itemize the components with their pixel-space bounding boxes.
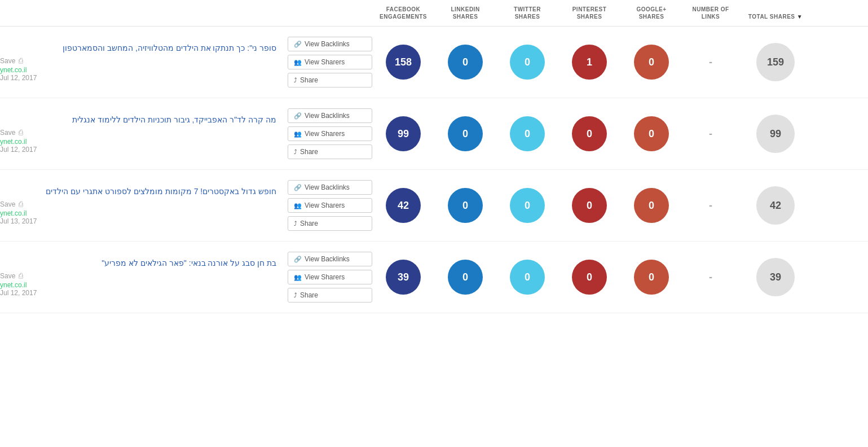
links-stat-1: - xyxy=(682,56,739,68)
twitter-circle-2: 0 xyxy=(510,116,545,151)
header-linkedin: LINKEDINSHARES xyxy=(434,6,496,20)
share-btn-3[interactable]: ⤴ Share xyxy=(288,216,372,231)
header-links-label: NUMBER OFLINKS xyxy=(682,6,739,20)
article-title-4[interactable]: בת חן סבג על אורנה בנאי: "פאר הגילאים לא… xyxy=(0,257,276,269)
action-buttons-3: 🔗 View Backlinks 👥 View Sharers ⤴ Share xyxy=(288,180,372,231)
sharers-icon-1: 👥 xyxy=(294,59,302,66)
sharers-icon-2: 👥 xyxy=(294,130,302,138)
total-stat-3: 42 xyxy=(739,186,812,225)
save-link-4[interactable]: Save xyxy=(0,272,15,280)
twitter-stat-1: 0 xyxy=(496,45,558,80)
article-domain-2: ynet.co.il xyxy=(0,138,276,146)
linkedin-stat-2: 0 xyxy=(434,116,496,151)
article-title-1[interactable]: סופר ני": כך תנתקו את הילדים מהטלוויזיה,… xyxy=(0,42,276,54)
view-backlinks-btn-4[interactable]: 🔗 View Backlinks xyxy=(288,252,372,266)
header-links: NUMBER OFLINKS xyxy=(682,6,739,20)
share-icon-3: ⤴ xyxy=(294,220,297,227)
google-stat-2: 0 xyxy=(620,116,682,151)
header-pinterest-label: PINTERESTSHARES xyxy=(558,6,620,20)
save-link-3[interactable]: Save xyxy=(0,200,15,208)
article-date-3: Jul 13, 2017 xyxy=(0,217,276,225)
linkedin-stat-3: 0 xyxy=(434,188,496,223)
facebook-stat-1: 158 xyxy=(372,45,434,80)
share-btn-4[interactable]: ⤴ Share xyxy=(288,288,372,303)
total-circle-4: 39 xyxy=(756,258,795,296)
google-stat-1: 0 xyxy=(620,45,682,80)
pinterest-circle-1: 1 xyxy=(572,45,607,80)
view-sharers-btn-2[interactable]: 👥 View Sharers xyxy=(288,126,372,141)
link-icon-3: 🔗 xyxy=(294,184,302,191)
table-header: FACEBOOKENGAGEMENTS LINKEDINSHARES TWITT… xyxy=(0,0,868,27)
linkedin-circle-4: 0 xyxy=(448,260,483,295)
share-btn-1[interactable]: ⤴ Share xyxy=(288,73,372,87)
bookmark-icon-3: ⎙ xyxy=(19,200,23,208)
article-date-1: Jul 12, 2017 xyxy=(0,74,276,82)
facebook-circle-3: 42 xyxy=(386,188,421,223)
links-stat-3: - xyxy=(682,200,739,212)
linkedin-stat-1: 0 xyxy=(434,45,496,80)
action-buttons-4: 🔗 View Backlinks 👥 View Sharers ⤴ Share xyxy=(288,252,372,303)
twitter-circle-4: 0 xyxy=(510,260,545,295)
view-sharers-btn-3[interactable]: 👥 View Sharers xyxy=(288,198,372,213)
sort-arrow-icon: ▼ xyxy=(797,14,803,20)
twitter-circle-3: 0 xyxy=(510,188,545,223)
total-stat-4: 39 xyxy=(739,258,812,296)
save-link-2[interactable]: Save xyxy=(0,129,15,137)
header-twitter: TWITTERSHARES xyxy=(496,6,558,20)
view-backlinks-btn-2[interactable]: 🔗 View Backlinks xyxy=(288,108,372,123)
article-domain-3: ynet.co.il xyxy=(0,209,276,217)
table-row: בת חן סבג על אורנה בנאי: "פאר הגילאים לא… xyxy=(0,242,868,313)
view-sharers-btn-4[interactable]: 👥 View Sharers xyxy=(288,270,372,284)
link-icon-4: 🔗 xyxy=(294,256,302,263)
view-backlinks-btn-3[interactable]: 🔗 View Backlinks xyxy=(288,180,372,195)
sharers-icon-3: 👥 xyxy=(294,202,302,209)
view-sharers-btn-1[interactable]: 👥 View Sharers xyxy=(288,55,372,69)
header-google-label: GOOGLE+SHARES xyxy=(620,6,682,20)
bookmark-icon-4: ⎙ xyxy=(19,271,23,280)
table-row: חופש גדול באקסטרים! 7 מקומות מומלצים לספ… xyxy=(0,170,868,242)
google-circle-3: 0 xyxy=(634,188,669,223)
view-backlinks-btn-1[interactable]: 🔗 View Backlinks xyxy=(288,37,372,51)
facebook-stat-2: 99 xyxy=(372,116,434,151)
linkedin-circle-3: 0 xyxy=(448,188,483,223)
twitter-stat-4: 0 xyxy=(496,260,558,295)
save-link-1[interactable]: Save xyxy=(0,57,15,65)
facebook-circle-4: 39 xyxy=(386,260,421,295)
facebook-stat-3: 42 xyxy=(372,188,434,223)
pinterest-circle-3: 0 xyxy=(572,188,607,223)
link-icon-1: 🔗 xyxy=(294,41,302,48)
facebook-circle-2: 99 xyxy=(386,116,421,151)
share-icon-4: ⤴ xyxy=(294,292,297,299)
header-linkedin-label: LINKEDINSHARES xyxy=(434,6,496,20)
bookmark-icon-1: ⎙ xyxy=(19,56,23,65)
header-total-label: TOTAL SHARES ▼ xyxy=(739,13,812,20)
header-facebook-label: FACEBOOKENGAGEMENTS xyxy=(372,6,434,20)
total-stat-2: 99 xyxy=(739,115,812,153)
action-buttons-1: 🔗 View Backlinks 👥 View Sharers ⤴ Share xyxy=(288,37,372,87)
total-circle-2: 99 xyxy=(756,115,795,153)
header-twitter-label: TWITTERSHARES xyxy=(496,6,558,20)
sharers-icon-4: 👥 xyxy=(294,274,302,281)
results-table: FACEBOOKENGAGEMENTS LINKEDINSHARES TWITT… xyxy=(0,0,868,313)
linkedin-stat-4: 0 xyxy=(434,260,496,295)
article-title-3[interactable]: חופש גדול באקסטרים! 7 מקומות מומלצים לספ… xyxy=(0,186,276,198)
bookmark-icon-2: ⎙ xyxy=(19,128,23,137)
header-pinterest: PINTERESTSHARES xyxy=(558,6,620,20)
total-stat-1: 159 xyxy=(739,43,812,81)
links-stat-2: - xyxy=(682,128,739,140)
article-info-1: סופר ני": כך תנתקו את הילדים מהטלוויזיה,… xyxy=(0,42,288,82)
pinterest-circle-2: 0 xyxy=(572,116,607,151)
article-title-2[interactable]: מה קרה לד"ר האפבייקד, גיבור תוכניות הילד… xyxy=(0,114,276,126)
article-domain-1: ynet.co.il xyxy=(0,66,276,74)
header-facebook: FACEBOOKENGAGEMENTS xyxy=(372,6,434,20)
pinterest-stat-4: 0 xyxy=(558,260,620,295)
header-total: TOTAL SHARES ▼ xyxy=(739,13,812,20)
article-date-4: Jul 12, 2017 xyxy=(0,289,276,297)
google-circle-2: 0 xyxy=(634,116,669,151)
share-btn-2[interactable]: ⤴ Share xyxy=(288,144,372,159)
google-circle-4: 0 xyxy=(634,260,669,295)
pinterest-circle-4: 0 xyxy=(572,260,607,295)
share-icon-2: ⤴ xyxy=(294,148,297,155)
pinterest-stat-1: 1 xyxy=(558,45,620,80)
linkedin-circle-2: 0 xyxy=(448,116,483,151)
